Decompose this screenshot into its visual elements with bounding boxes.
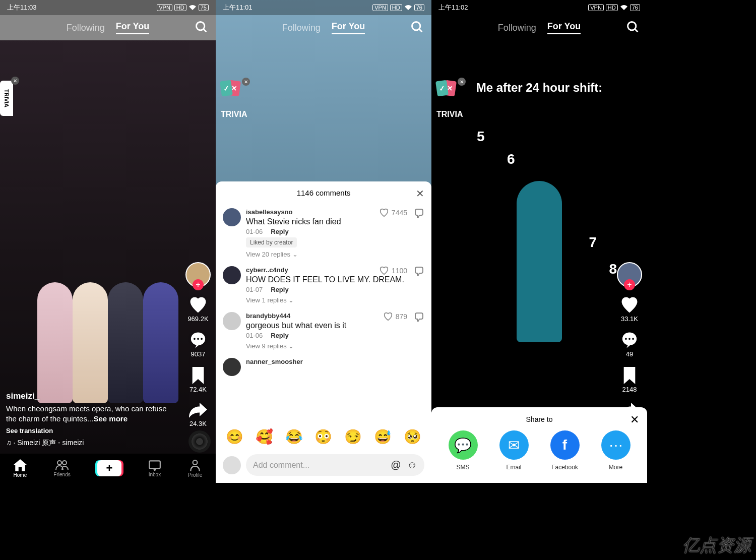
follow-plus-icon[interactable]: + — [624, 279, 635, 290]
commenter-avatar[interactable] — [223, 358, 241, 376]
bookmark-button[interactable]: 72.4K — [190, 367, 207, 393]
comment-dislike-button[interactable] — [414, 312, 424, 322]
vpn-badge: VPN — [157, 4, 172, 11]
search-button[interactable] — [410, 20, 424, 34]
sms-icon: 💬 — [449, 430, 478, 460]
nav-inbox[interactable]: Inbox — [148, 460, 161, 477]
trivia-close-button[interactable]: ✕ — [242, 78, 250, 86]
mention-icon[interactable]: @ — [391, 459, 401, 471]
emoji-button[interactable]: 😏 — [344, 428, 362, 445]
emoji-button[interactable]: 😊 — [226, 428, 243, 445]
emoji-button[interactable]: 😂 — [285, 428, 303, 445]
like-count: 969.2K — [187, 315, 208, 323]
reply-button[interactable]: Reply — [271, 332, 288, 339]
comment-item: isabellesaysno What Stevie nicks fan die… — [216, 204, 431, 262]
facebook-icon: f — [550, 430, 580, 460]
emoji-button[interactable]: 🥰 — [256, 428, 273, 445]
comments-list[interactable]: isabellesaysno What Stevie nicks fan die… — [216, 204, 431, 423]
search-button[interactable] — [195, 20, 209, 34]
username-label[interactable]: simeizi_ — [6, 391, 175, 401]
tab-following[interactable]: Following — [498, 23, 536, 33]
like-button[interactable]: 33.1K — [620, 296, 639, 323]
comment-button[interactable]: 49 — [620, 332, 639, 358]
nav-post-button[interactable]: + — [97, 460, 121, 476]
svg-line-11 — [419, 29, 422, 32]
wifi-icon — [404, 5, 412, 11]
tab-for-you[interactable]: For You — [332, 21, 365, 34]
view-replies-button[interactable]: View 9 replies ⌄ — [246, 342, 424, 350]
svg-point-7 — [62, 461, 67, 465]
comments-close-button[interactable]: ✕ — [416, 188, 424, 200]
share-icon — [189, 402, 207, 418]
tab-for-you[interactable]: For You — [116, 21, 149, 34]
comment-like-button[interactable]: 7445 — [379, 208, 407, 217]
view-replies-button[interactable]: View 20 replies ⌄ — [246, 251, 424, 258]
tab-following[interactable]: Following — [67, 23, 105, 33]
see-more-button[interactable]: See more — [93, 414, 128, 423]
comment-like-button[interactable]: 879 — [383, 312, 407, 321]
commenter-avatar[interactable] — [223, 208, 241, 226]
status-time: 上午11:02 — [438, 3, 468, 12]
follow-plus-icon[interactable]: + — [193, 279, 204, 290]
trivia-sidebar[interactable]: TRIVIA — [0, 81, 13, 116]
heart-icon — [188, 296, 208, 314]
reply-button[interactable]: Reply — [271, 228, 288, 235]
commenter-username[interactable]: nanner_smoosher — [246, 358, 424, 365]
status-icons: VPN HD 76 — [372, 4, 424, 11]
creator-avatar[interactable]: + — [617, 262, 642, 287]
comment-input-field[interactable]: Add comment... @☺ — [246, 454, 424, 476]
svg-line-13 — [635, 29, 638, 32]
vpn-badge: VPN — [588, 4, 604, 11]
status-bar: 上午11:02 VPN HD 76 — [431, 0, 647, 15]
nav-friends[interactable]: Friends — [53, 460, 70, 477]
watermark-text: 亿点资源 — [682, 534, 751, 557]
sound-disc[interactable] — [188, 430, 211, 453]
share-button[interactable]: 24.3K — [189, 402, 207, 427]
nav-profile[interactable]: Profile — [188, 459, 202, 478]
self-avatar[interactable] — [223, 456, 241, 474]
share-header: Share to ✕ — [431, 413, 647, 430]
share-facebook[interactable]: fFacebook — [550, 430, 580, 471]
comment-button[interactable]: 9037 — [189, 332, 207, 358]
trivia-close-button[interactable]: ✕ — [11, 77, 19, 85]
comment-count: 9037 — [191, 350, 206, 358]
tab-following[interactable]: Following — [282, 23, 321, 33]
commenter-avatar[interactable] — [223, 312, 241, 330]
trivia-badge[interactable]: ✓ ✕ ✕ TRIVIA — [221, 81, 247, 119]
comment-text: HOW DOES IT FEEL TO LIVE MY. DREAM. — [246, 275, 424, 284]
svg-point-4 — [197, 338, 199, 340]
comment-dislike-button[interactable] — [414, 266, 424, 276]
trivia-badge[interactable]: ✓ ✕ ✕ TRIVIA — [436, 81, 463, 119]
share-sms[interactable]: 💬SMS — [449, 430, 478, 471]
search-button[interactable] — [626, 20, 640, 34]
commenter-avatar[interactable] — [223, 266, 241, 284]
caption-text[interactable]: When cheongsam meets opera, who can refu… — [6, 404, 175, 424]
comment-dislike-button[interactable] — [414, 208, 424, 218]
comment-date: 01-06 — [246, 228, 263, 235]
nav-home[interactable]: Home — [14, 459, 27, 478]
input-placeholder: Add comment... — [253, 461, 309, 470]
search-icon — [195, 20, 209, 34]
bookmark-button[interactable]: 2148 — [622, 367, 637, 393]
share-close-button[interactable]: ✕ — [630, 413, 639, 426]
share-more[interactable]: ⋯More — [601, 430, 631, 471]
comment-like-button[interactable]: 1100 — [379, 266, 407, 275]
emoji-button[interactable]: 😅 — [374, 428, 392, 445]
overlay-number: 5 — [477, 129, 485, 145]
music-info[interactable]: ♫ · Simeizi 原声 - simeizi — [6, 439, 175, 448]
share-email[interactable]: ✉Email — [499, 430, 529, 471]
reply-button[interactable]: Reply — [271, 286, 288, 293]
like-button[interactable]: 969.2K — [187, 296, 208, 323]
emoji-button[interactable]: 🥺 — [404, 428, 421, 445]
chevron-down-icon: ⌄ — [288, 342, 294, 350]
top-nav: Following For You — [216, 15, 431, 40]
tab-for-you[interactable]: For You — [547, 21, 581, 34]
battery-badge: 76 — [414, 4, 424, 11]
see-translation-button[interactable]: See translation — [6, 427, 175, 434]
comment-date: 01-07 — [246, 286, 263, 293]
view-replies-button[interactable]: View 1 replies ⌄ — [246, 296, 424, 304]
creator-avatar[interactable]: + — [185, 262, 211, 287]
emoji-button[interactable]: 😳 — [314, 428, 332, 445]
svg-point-3 — [194, 338, 196, 340]
emoji-picker-icon[interactable]: ☺ — [407, 459, 417, 471]
